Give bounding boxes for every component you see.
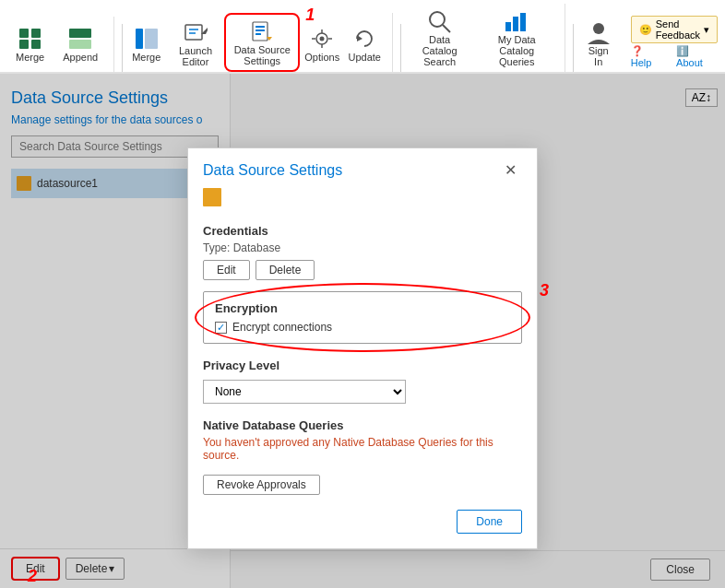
privacy-section: Privacy Level None (188, 351, 537, 411)
credentials-section: Credentials Type: Database Edit Delete (188, 217, 537, 288)
separator2 (400, 24, 401, 72)
ribbon-group-tools: Merge Launch Editor Data Source Settings… (126, 13, 393, 72)
launch-editor-button[interactable]: Launch Editor (169, 15, 222, 72)
credentials-heading: Credentials (203, 224, 522, 238)
svg-point-29 (593, 23, 604, 34)
about-icon: ℹ️ (676, 45, 689, 56)
dropdown-icon: ▾ (704, 24, 709, 36)
send-feedback-button[interactable]: 🙂 Send Feedback ▾ (631, 16, 718, 43)
svg-point-18 (320, 37, 325, 41)
credentials-type: Type: Database (203, 241, 522, 254)
show-pane-label: Merge (132, 52, 160, 63)
about-label: About (676, 57, 703, 68)
launch-editor-label: Launch Editor (177, 45, 214, 67)
options-label: Options (304, 52, 339, 63)
show-pane-button[interactable]: Merge (126, 17, 167, 72)
separator3 (573, 24, 574, 72)
svg-rect-4 (69, 29, 91, 38)
credentials-edit-button[interactable]: Edit (203, 260, 250, 280)
my-data-catalog-label: My Data Catalog Queries (484, 34, 549, 67)
modal-header: Data Source Settings ✕ (188, 148, 537, 181)
native-db-link: haven't approved any Native Database Que… (203, 436, 493, 462)
svg-rect-27 (513, 17, 518, 31)
encryption-section: Encryption ✓ Encrypt connections 3 (203, 291, 522, 344)
sign-in-label: Sign In (586, 45, 612, 67)
append-label: Append (63, 52, 98, 63)
smiley-icon: 🙂 (639, 24, 652, 36)
main-area: Data Source Settings Manage settings for… (0, 74, 725, 588)
credentials-delete-button[interactable]: Delete (256, 260, 315, 280)
svg-line-25 (443, 25, 450, 32)
help-button[interactable]: ❓ Help (631, 45, 667, 68)
data-source-settings-button[interactable]: Data Source Settings 1 (224, 13, 300, 72)
svg-rect-15 (256, 33, 261, 35)
svg-rect-26 (505, 22, 511, 31)
merge-label: Merge (16, 52, 44, 63)
launch-editor-icon (183, 19, 208, 45)
credentials-actions: Edit Delete (203, 260, 522, 280)
svg-rect-13 (256, 26, 265, 28)
svg-rect-1 (31, 29, 41, 38)
svg-rect-0 (19, 29, 29, 38)
help-icon: ❓ (631, 45, 644, 56)
svg-rect-3 (31, 40, 41, 49)
native-db-section: Native Database Queries You haven't appr… (188, 411, 537, 502)
native-db-text-before: You (203, 436, 225, 449)
modal-footer: Done (188, 502, 537, 534)
encrypt-checkbox[interactable]: ✓ (215, 322, 227, 334)
privacy-select[interactable]: None (203, 380, 406, 404)
search-icon (427, 8, 453, 34)
show-pane-icon (134, 26, 160, 52)
modal-close-button[interactable]: ✕ (499, 159, 522, 181)
data-catalog-search-label: Data Catalog Search (413, 34, 467, 67)
encryption-circle (195, 283, 530, 352)
help-about-row: ❓ Help ℹ️ About (631, 45, 718, 68)
update-icon (351, 26, 377, 52)
merge-icon (18, 26, 43, 52)
sign-in-icon (586, 19, 612, 45)
ribbon-group-combine: Merge Append (7, 17, 114, 72)
done-button[interactable]: Done (457, 510, 522, 534)
modal-title: Data Source Settings (203, 162, 342, 179)
merge-button[interactable]: Merge (7, 17, 53, 72)
modal-overlay: Data Source Settings ✕ Credentials Type:… (0, 74, 725, 588)
data-source-settings-icon (249, 18, 275, 44)
privacy-heading: Privacy Level (203, 359, 522, 372)
data-catalog-search-button[interactable]: Data Catalog Search (405, 4, 475, 72)
svg-rect-6 (136, 29, 143, 49)
svg-marker-23 (357, 35, 362, 41)
ribbon-right: 🙂 Send Feedback ▾ ❓ Help ℹ️ About (631, 16, 718, 72)
encryption-heading: Encryption (215, 301, 510, 315)
revoke-approvals-button[interactable]: Revoke Approvals (203, 475, 320, 495)
svg-rect-28 (520, 13, 526, 31)
options-icon (309, 26, 335, 52)
svg-rect-14 (256, 29, 265, 31)
svg-rect-5 (69, 40, 91, 49)
modal-datasource-icon (203, 188, 221, 206)
ribbon: Merge Append Merge Launch E (0, 0, 725, 74)
my-data-catalog-button[interactable]: My Data Catalog Queries (476, 4, 557, 72)
native-db-heading: Native Database Queries (203, 418, 522, 432)
about-button[interactable]: ℹ️ About (676, 45, 718, 68)
help-label: Help (631, 57, 652, 68)
separator1 (122, 24, 123, 72)
ribbon-group-catalog: Data Catalog Search My Data Catalog Quer… (405, 4, 565, 72)
send-feedback-label: Send Feedback (656, 18, 700, 41)
svg-point-24 (430, 12, 445, 27)
update-button[interactable]: Update (344, 17, 385, 72)
update-label: Update (348, 52, 380, 63)
append-icon (67, 26, 93, 52)
my-data-catalog-icon (504, 8, 529, 34)
ribbon-group-account: Sign In (577, 15, 627, 72)
append-button[interactable]: Append (54, 17, 106, 72)
sign-in-button[interactable]: Sign In (577, 15, 620, 72)
svg-rect-8 (185, 25, 202, 40)
annotation-3: 3 (540, 281, 549, 300)
encrypt-label: Encrypt connections (232, 321, 332, 334)
encrypt-connections-row[interactable]: ✓ Encrypt connections (215, 321, 510, 334)
svg-rect-2 (19, 40, 29, 49)
modal: Data Source Settings ✕ Credentials Type:… (187, 147, 538, 549)
options-button[interactable]: Options (302, 17, 342, 72)
native-db-text: You haven't approved any Native Database… (203, 436, 522, 462)
svg-rect-7 (145, 29, 158, 49)
